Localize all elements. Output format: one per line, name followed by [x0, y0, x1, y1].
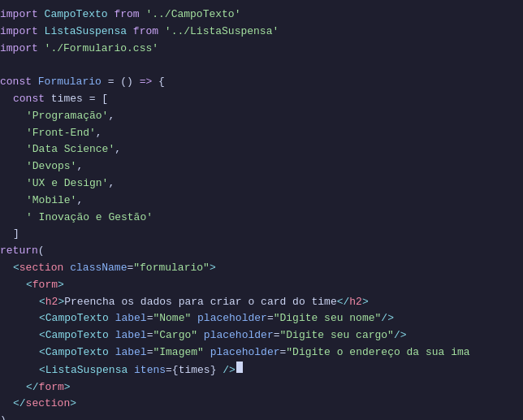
code-line-15: return(: [0, 243, 523, 260]
token-import: import: [0, 6, 45, 24]
token-attr-placeholder: placeholder: [204, 344, 280, 362]
token-bracket-close: ]: [13, 226, 19, 243]
code-line-19: <CampoTexto label="Nome" placeholder="Di…: [0, 310, 523, 327]
token-attr-label: label: [109, 344, 147, 362]
token-bracket: </: [26, 379, 39, 396]
token-const: const: [0, 74, 38, 91]
token-times: times: [51, 91, 83, 108]
token-eq2: =: [267, 310, 274, 327]
token-bracket-close: >: [64, 379, 71, 396]
code-line-3: import './Formulario.css': [0, 41, 523, 58]
token-from: from: [127, 24, 165, 41]
token-bracket-close: >: [362, 294, 369, 311]
token-bracket-close: >: [70, 396, 76, 413]
token-str: 'Front-End': [26, 125, 96, 142]
code-line-20: <CampoTexto label="Cargo" placeholder="D…: [0, 327, 523, 344]
code-line-17: <form>: [0, 277, 523, 294]
token-tag-section-close: section: [26, 396, 71, 413]
code-line-5: const Formulario = () => {: [0, 74, 523, 91]
token-text-content: Preencha os dados para criar o card do t…: [64, 294, 336, 311]
code-line-9: 'Data Science',: [0, 141, 523, 158]
code-line-25: ): [0, 413, 523, 420]
token-listasuspensa: ListaSuspensa: [45, 24, 127, 41]
code-line-24: </section>: [0, 396, 523, 413]
token-from: from: [108, 6, 146, 24]
token-campotext-tag: CampoTexto: [45, 310, 109, 327]
code-line-10: 'Devops',: [0, 158, 523, 175]
token-bracket-close: >: [58, 294, 64, 311]
token-tag-form: form: [32, 277, 58, 294]
code-line-2: import ListaSuspensa from '../ListaSuspe…: [0, 24, 523, 41]
token-expr: {times}: [172, 362, 217, 379]
token-punct: = [: [83, 91, 108, 108]
token-attr-ph-val: "Digite o endereço da sua ima: [286, 344, 469, 362]
token-arrow-params: (): [120, 74, 139, 91]
code-line-11: 'UX e Design',: [0, 175, 523, 193]
token-attr-label-val: "Imagem": [153, 344, 203, 362]
code-line-18: <h2>Preencha os dados para criar o card …: [0, 294, 523, 311]
token-listasuspensa-tag: ListaSuspensa: [45, 362, 128, 379]
token-bracket: <: [26, 277, 32, 294]
token-attr-label-val: "Nome": [153, 310, 191, 327]
token-tag-h2: h2: [45, 294, 58, 311]
token-attr-placeholder: placeholder: [191, 310, 267, 327]
token-eq: =: [147, 310, 153, 327]
token-comma: ,: [96, 125, 102, 142]
code-line-16: <section className="formulario">: [0, 260, 523, 277]
token-const: const: [13, 91, 51, 108]
token-brace-open: {: [152, 74, 165, 91]
token-bracket: <: [39, 344, 45, 362]
token-paren-close: ): [0, 413, 6, 420]
token-arrow: =>: [140, 74, 153, 91]
token-bracket-close: >: [210, 260, 216, 277]
token-tag-h2-close: h2: [349, 294, 362, 311]
token-punct: =: [102, 74, 120, 91]
code-line-13: ' Inovação e Gestão': [0, 210, 523, 227]
token-attr-label: label: [109, 310, 147, 327]
token-eq: =: [166, 362, 172, 379]
token-attr-classname: className: [63, 260, 127, 277]
token-import: import: [0, 24, 45, 41]
token-tag-section: section: [19, 260, 64, 277]
code-line-23: </form>: [0, 379, 523, 396]
token-str: ' Inovação e Gestão': [26, 210, 153, 227]
token-eq: =: [127, 260, 133, 277]
cursor: [236, 362, 243, 373]
code-line-7: 'Programação',: [0, 108, 523, 125]
token-self-close: />: [223, 362, 236, 379]
token-attr-label: label: [109, 327, 147, 344]
token-bracket: <: [39, 294, 45, 311]
token-tag-form-close: form: [39, 379, 64, 396]
token-campotext: CampoTexto: [45, 6, 108, 24]
token-comma: ,: [108, 108, 115, 125]
token-attr-ph-val: "Digite seu cargo": [280, 327, 394, 344]
token-formulario-name: Formulario: [38, 74, 102, 91]
token-attr-itens: itens: [128, 362, 166, 379]
token-str: 'Devops': [26, 158, 76, 175]
token-campotext-tag2: CampoTexto: [45, 327, 109, 344]
code-line-1: import CampoTexto from '../CampoTexto': [0, 6, 523, 24]
token-eq2: =: [280, 344, 287, 362]
token-space: [216, 362, 223, 379]
token-comma: ,: [76, 158, 83, 175]
token-path: '../ListaSuspensa': [165, 24, 279, 41]
token-attr-placeholder: placeholder: [197, 327, 274, 344]
token-str: 'Mobile': [26, 193, 76, 210]
token-attr-val: "formulario": [133, 260, 210, 277]
code-line-14: ]: [0, 226, 523, 243]
token-import: import: [0, 41, 45, 58]
token-eq: =: [147, 327, 153, 344]
token-eq2: =: [274, 327, 280, 344]
code-line-8: 'Front-End',: [0, 125, 523, 142]
code-editor: import CampoTexto from '../CampoTexto' i…: [0, 0, 523, 420]
token-str: 'Programação': [26, 108, 108, 125]
token-attr-label-val: "Cargo": [153, 327, 197, 344]
token-comma: ,: [76, 193, 83, 210]
code-line-4: [0, 57, 523, 74]
code-line-6: const times = [: [0, 91, 523, 108]
token-bracket-close: >: [58, 277, 64, 294]
token-bracket: <: [39, 327, 45, 344]
token-str: 'UX e Design': [26, 175, 108, 193]
token-css-path: './Formulario.css': [45, 41, 158, 58]
code-line-21: <CampoTexto label="Imagem" placeholder="…: [0, 344, 523, 362]
